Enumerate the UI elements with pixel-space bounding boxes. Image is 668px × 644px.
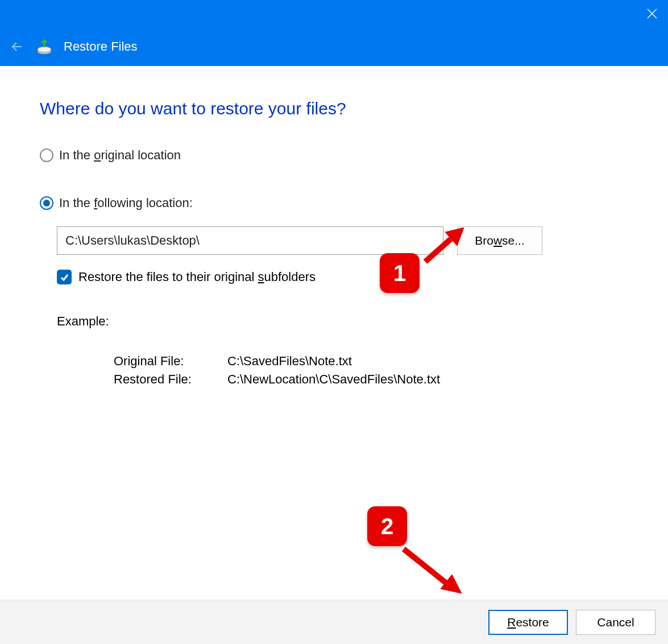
- close-button[interactable]: [636, 0, 668, 27]
- titlebar: [0, 0, 668, 27]
- annotation-arrow-2: [398, 543, 466, 602]
- restore-files-icon: [35, 38, 53, 56]
- cancel-button[interactable]: Cancel: [576, 610, 655, 635]
- restore-button[interactable]: Restore: [488, 610, 568, 635]
- path-value: C:\Users\lukas\Desktop\: [65, 233, 200, 248]
- example-restored-value: C:\NewLocation\C\SavedFiles\Note.txt: [227, 372, 628, 387]
- restore-path-input[interactable]: C:\Users\lukas\Desktop\: [57, 226, 443, 255]
- example-grid: Original File: C:\SavedFiles\Note.txt Re…: [114, 354, 628, 387]
- radio-option-following[interactable]: In the following location:: [40, 196, 628, 210]
- svg-line-5: [425, 239, 451, 262]
- example-original-value: C:\SavedFiles\Note.txt: [227, 354, 628, 369]
- example-label: Example:: [57, 314, 628, 329]
- annotation-callout-2: 2: [367, 506, 407, 546]
- browse-button[interactable]: Browse...: [457, 226, 542, 255]
- radio-icon: [40, 196, 53, 210]
- annotation-callout-1: 1: [380, 253, 420, 293]
- example-restored-label: Restored File:: [114, 372, 227, 387]
- back-arrow-icon: [11, 40, 23, 53]
- path-row: C:\Users\lukas\Desktop\ Browse...: [57, 226, 628, 255]
- footer: Restore Cancel: [0, 600, 668, 644]
- app-title: Restore Files: [64, 39, 138, 54]
- page-heading: Where do you want to restore your files?: [40, 99, 628, 118]
- back-button[interactable]: [9, 39, 25, 55]
- checkbox-label: Restore the files to their original subf…: [78, 270, 316, 284]
- svg-line-7: [404, 549, 446, 583]
- restore-subfolders-checkbox-row[interactable]: Restore the files to their original subf…: [57, 270, 628, 284]
- radio-option-original[interactable]: In the original location: [40, 148, 628, 163]
- checkbox-checked-icon: [57, 270, 72, 284]
- radio-label: In the following location:: [59, 196, 193, 210]
- content-area: Where do you want to restore your files?…: [0, 66, 668, 387]
- svg-point-4: [38, 47, 51, 52]
- close-icon: [647, 9, 657, 19]
- example-original-label: Original File:: [114, 354, 227, 369]
- radio-icon: [40, 148, 53, 162]
- header: Restore Files: [0, 27, 668, 66]
- radio-label: In the original location: [59, 148, 181, 163]
- annotation-arrow-1: [420, 228, 465, 270]
